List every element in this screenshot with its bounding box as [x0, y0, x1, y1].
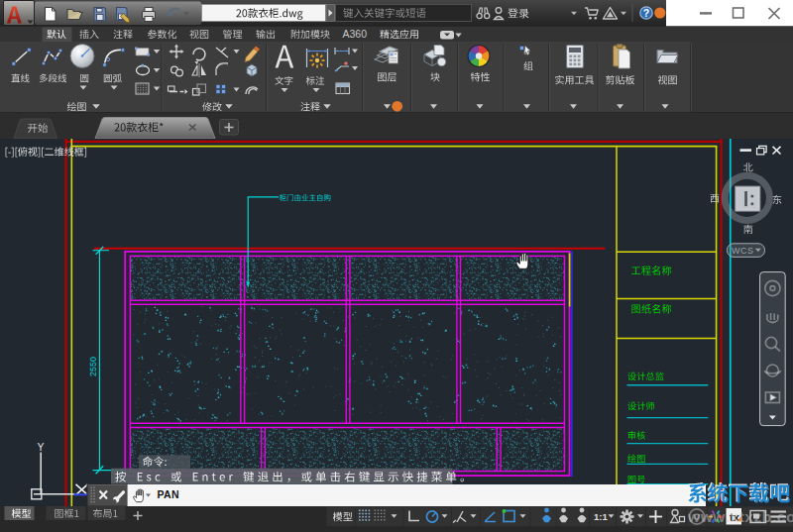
svg-text:PAN: PAN: [158, 488, 180, 500]
svg-text:WCS: WCS: [732, 246, 754, 256]
svg-text:?: ?: [643, 7, 649, 19]
svg-text:www.xtxzb.com: www.xtxzb.com: [687, 508, 793, 525]
svg-text:2550: 2550: [88, 357, 98, 376]
svg-text:A360: A360: [343, 28, 368, 40]
svg-text:1:1: 1:1: [594, 511, 608, 522]
svg-text:Y: Y: [37, 441, 44, 453]
